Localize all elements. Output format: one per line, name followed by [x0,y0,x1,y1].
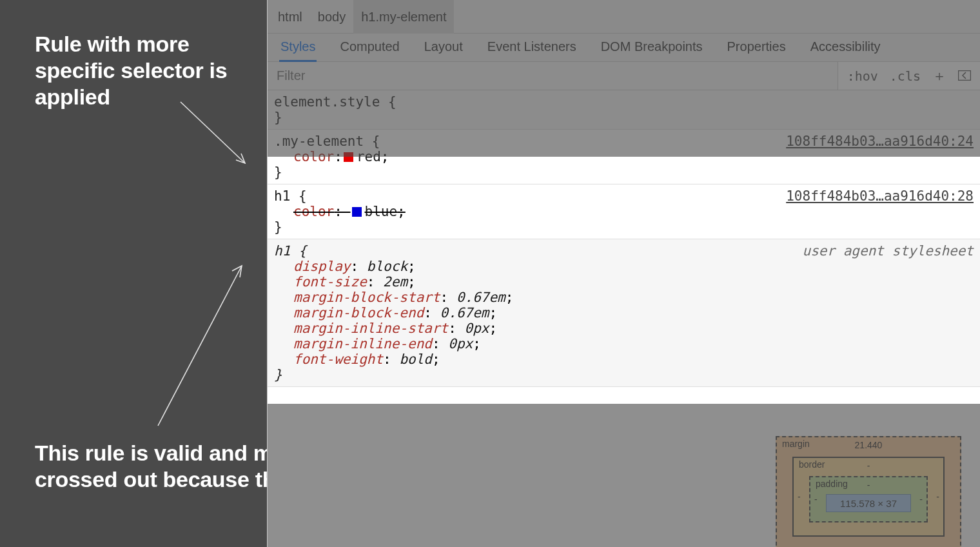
user-agent-label: user agent stylesheet [802,243,974,259]
rule-h1-overridden[interactable]: 108ff484b03…aa916d40:28 h1 { color: blue… [268,184,980,239]
property[interactable]: color:red; [274,149,974,164]
filter-bar: :hov .cls ＋ [268,62,980,90]
property-value: 0.67em [440,305,489,321]
tab-accessibility[interactable]: Accessibility [809,34,882,62]
property-name: color [293,204,334,219]
source-link[interactable]: 108ff484b03…aa916d40:24 [786,134,974,149]
rule-element-style[interactable]: element.style { } [268,90,980,130]
arrow-top [174,95,258,173]
hov-toggle[interactable]: :hov [847,68,878,84]
rule-my-element[interactable]: 108ff484b03…aa916d40:24 .my-element { co… [268,130,980,184]
devtools-panel: html body h1.my-element Styles Computed … [267,0,980,547]
filter-input[interactable] [268,62,838,90]
svg-line-0 [181,102,245,163]
svg-line-1 [158,266,242,426]
arrow-bottom [148,258,251,432]
crumb-body[interactable]: body [310,0,353,34]
rule-user-agent[interactable]: user agent stylesheet h1 { display: bloc… [268,239,980,387]
property-name: color [293,149,334,164]
property[interactable]: font-size: 2em; [274,274,974,290]
padding-left: - [814,494,818,504]
property-value: 0px [448,336,473,352]
property-name: margin-inline-start [293,321,448,336]
padding-label: padding [816,479,848,489]
border-left: - [798,492,801,502]
property-name: margin-inline-end [293,336,432,352]
box-model: margin 21.440 border - - - padding - - -… [776,436,961,547]
property-value: blue [365,204,398,219]
crumb-h1[interactable]: h1.my-element [353,0,454,34]
tab-event-listeners[interactable]: Event Listeners [486,34,578,62]
margin-label: margin [782,439,810,449]
property[interactable]: margin-inline-start: 0px; [274,321,974,336]
tab-computed[interactable]: Computed [338,34,400,62]
border-right: - [936,492,939,502]
devtools-tabs: Styles Computed Layout Event Listeners D… [268,34,980,62]
computed-toggle-icon[interactable] [958,68,971,84]
border-top: - [867,461,870,471]
property-overridden[interactable]: color: blue; [274,204,974,219]
border-label: border [799,459,825,470]
tab-dom-breakpoints[interactable]: DOM Breakpoints [600,34,704,62]
tab-properties[interactable]: Properties [726,34,787,62]
property-value: block [367,259,407,274]
property-value: 2em [383,274,407,290]
property[interactable]: font-weight: bold; [274,352,974,367]
selector: .my-element [274,134,364,149]
property-name: font-size [293,274,367,290]
selector: h1 [274,243,290,259]
selector: element.style [274,94,380,110]
property-name: margin-block-start [293,290,440,305]
property-name: display [293,259,351,274]
filter-toggles: :hov .cls ＋ [838,66,980,86]
property[interactable]: display: block; [274,259,974,274]
svg-rect-2 [959,71,971,81]
property-value: red [357,149,381,164]
property-value: 0px [465,321,489,336]
breadcrumb: html body h1.my-element [268,0,980,34]
cls-toggle[interactable]: .cls [890,68,921,84]
property-value: 0.67em [456,290,505,305]
new-rule-icon[interactable]: ＋ [932,66,946,86]
css-rules: element.style { } 108ff484b03…aa916d40:2… [268,90,980,387]
box-content[interactable]: 115.578 × 37 [826,494,911,512]
property[interactable]: margin-inline-end: 0px; [274,336,974,352]
source-link[interactable]: 108ff484b03…aa916d40:28 [786,188,974,204]
padding-top: - [867,480,870,490]
color-swatch-blue[interactable] [352,207,362,217]
selector: h1 [274,188,290,204]
color-swatch-red[interactable] [344,152,353,162]
padding-right: - [919,494,923,504]
content-size: 115.578 × 37 [840,498,897,509]
property-name: margin-block-end [293,305,424,321]
crumb-html[interactable]: html [270,0,310,34]
tab-styles[interactable]: Styles [279,34,317,62]
tab-layout[interactable]: Layout [423,34,464,62]
property-name: font-weight [293,352,383,367]
property[interactable]: margin-block-start: 0.67em; [274,290,974,305]
property[interactable]: margin-block-end: 0.67em; [274,305,974,321]
property-value: bold [399,352,432,367]
margin-top: 21.440 [855,440,883,450]
